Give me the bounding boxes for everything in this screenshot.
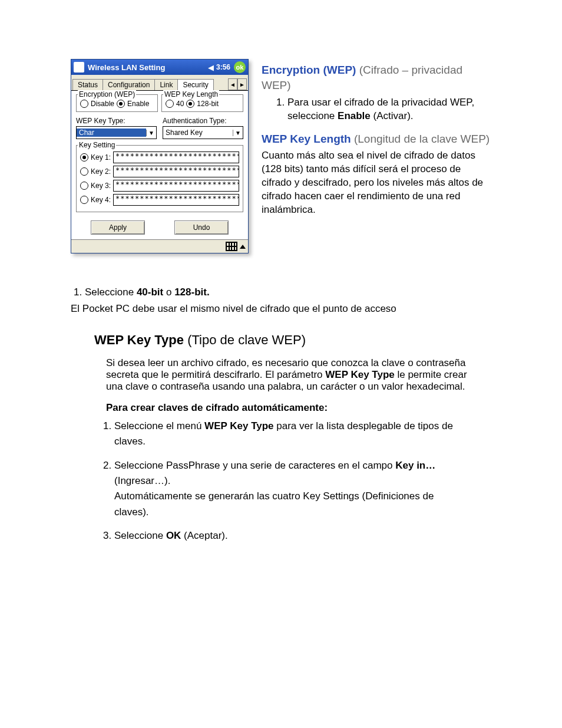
keylength-para: Cuanto más alto sea el nivel de cifrado …	[262, 149, 491, 217]
auto-step-2: Seleccione PassPhrase y una serie de car…	[114, 458, 468, 520]
key3-input[interactable]: **************************	[113, 180, 239, 192]
auto-step-1: Seleccione el menú WEP Key Type para ver…	[114, 419, 468, 450]
label-key4: Key 4:	[91, 196, 111, 204]
tab-status[interactable]: Status	[72, 79, 103, 90]
radio-key2[interactable]	[80, 167, 88, 176]
label-key3: Key 3:	[91, 182, 111, 190]
radio-128[interactable]	[186, 100, 194, 108]
label-disable: Disable	[91, 100, 114, 108]
radio-40[interactable]	[166, 100, 174, 108]
label-key1: Key 1:	[91, 153, 111, 162]
key2-input[interactable]: **************************	[113, 166, 239, 177]
window-title: Wireless LAN Setting	[88, 63, 165, 72]
tab-bar: Status Configuration Link Security ◄ ►	[71, 75, 248, 91]
start-flag-icon[interactable]: ⊞	[74, 62, 84, 73]
ok-button[interactable]: ok	[234, 61, 246, 73]
authtype-label: Authentication Type:	[163, 117, 243, 125]
auto-step-3: Seleccione OK (Aceptar).	[114, 528, 468, 543]
same-level-note: El Pocket PC debe usar el mismo nivel de…	[71, 303, 491, 315]
apply-button[interactable]: Apply	[91, 220, 145, 235]
select-bits-step: Seleccione 40-bit o 128-bit.	[85, 286, 491, 298]
keyboard-icon[interactable]	[226, 242, 237, 251]
chevron-down-icon: ▼	[233, 130, 243, 136]
key1-input[interactable]: **************************	[113, 151, 239, 163]
radio-key4[interactable]	[80, 196, 88, 204]
keylength-legend: WEP Key Length	[163, 90, 219, 98]
tab-configuration[interactable]: Configuration	[103, 79, 155, 90]
titlebar: ⊞ Wireless LAN Setting ◀ 3:56 ok	[71, 60, 248, 75]
up-arrow-icon[interactable]	[240, 245, 246, 249]
chevron-down-icon: ▼	[146, 130, 156, 136]
authtype-combo[interactable]: Shared Key ▼	[163, 126, 243, 139]
keytype-label: WEP Key Type:	[76, 117, 157, 125]
label-key2: Key 2:	[91, 167, 111, 176]
clock: 3:56	[216, 63, 230, 71]
keytype-desc: Si desea leer un archivo cifrado, es nec…	[106, 357, 468, 393]
radio-key1[interactable]	[80, 153, 88, 162]
authtype-value: Shared Key	[163, 129, 233, 137]
sound-icon[interactable]: ◀	[208, 63, 214, 72]
keytype-combo[interactable]: Char ▼	[76, 126, 157, 139]
auto-keys-heading: Para crear claves de cifrado automáticam…	[106, 402, 491, 414]
radio-disable[interactable]	[80, 100, 88, 108]
tab-security[interactable]: Security	[177, 79, 213, 91]
tab-scroll-left[interactable]: ◄	[228, 78, 237, 90]
radio-key3[interactable]	[80, 182, 88, 190]
heading-encryption: Encryption (WEP) (Cifrado – privacidad W…	[262, 62, 491, 93]
keysetting-legend: Key Setting	[78, 141, 116, 149]
enc-step-1: Para usar el cifrado de la privacidad WE…	[287, 96, 491, 123]
key4-input[interactable]: **************************	[113, 194, 239, 206]
keylength-fieldset: WEP Key Length 40 128-bit	[161, 94, 243, 112]
pocketpc-window: ⊞ Wireless LAN Setting ◀ 3:56 ok Status …	[71, 59, 249, 253]
heading-keylength: WEP Key Length (Longitud de la clave WEP…	[262, 131, 491, 147]
label-enable: Enable	[127, 100, 149, 108]
radio-enable[interactable]	[117, 100, 125, 108]
tab-link[interactable]: Link	[154, 79, 178, 90]
keytype-value: Char	[77, 129, 146, 137]
bottom-bar	[71, 239, 248, 253]
tab-scroll-right[interactable]: ►	[237, 78, 247, 90]
encryption-legend: Encryption (WEP)	[78, 90, 136, 98]
keysetting-fieldset: Key Setting Key 1: *********************…	[76, 145, 243, 212]
encryption-fieldset: Encryption (WEP) Disable Enable	[76, 94, 158, 112]
label-128: 128-bit	[197, 100, 219, 108]
label-40: 40	[176, 100, 184, 108]
undo-button[interactable]: Undo	[174, 220, 229, 235]
heading-keytype: WEP Key Type (Tipo de clave WEP)	[94, 332, 491, 348]
